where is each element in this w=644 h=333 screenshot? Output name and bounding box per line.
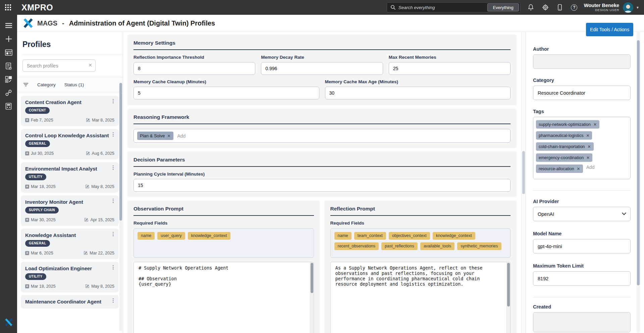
field-input[interactable]	[389, 62, 511, 75]
filter-bar: Category Status (1)	[17, 77, 123, 92]
remove-tag-icon[interactable]: ✕	[577, 167, 580, 171]
category-badge: GENERAL	[25, 140, 50, 147]
required-field-tag: knowledge_context	[433, 232, 475, 240]
ai-provider-select[interactable]: OpenAI	[533, 207, 631, 221]
search-scope-button[interactable]: Everything	[487, 3, 519, 11]
remove-tag-icon[interactable]: ✕	[586, 156, 590, 160]
kebab-menu-icon[interactable]: ⋮	[111, 99, 116, 103]
tags-input[interactable]: supply-network-optimization ✕ pharmaceut…	[533, 117, 631, 179]
field-input[interactable]	[325, 87, 511, 99]
created-label: Created	[533, 304, 631, 310]
created-date: + Mar 18, 2025	[25, 284, 56, 289]
app-blocks-icon[interactable]	[2, 73, 15, 86]
mobile-device-icon[interactable]	[556, 4, 564, 11]
required-field-tag: synthetic_memories	[457, 242, 501, 250]
title-dash: -	[62, 19, 64, 27]
user-menu[interactable]: Wouter Beneke DESIGN USER	[584, 3, 619, 12]
agent-name: Control Loop Knowledge Assistant	[25, 133, 114, 139]
required-field-tag: name	[138, 232, 155, 240]
ai-provider-label: AI Provider	[533, 199, 631, 204]
main-scrollbar-thumb[interactable]	[522, 151, 525, 194]
dashboard-icon[interactable]	[2, 46, 15, 59]
profile-card[interactable]: Inventory Monitor Agent ⋮ SUPPLY CHAIN +…	[21, 195, 119, 226]
field-label: Memory Decay Rate	[261, 55, 383, 60]
settings-gear-icon[interactable]	[542, 4, 549, 11]
profile-card[interactable]: Environmental Impact Analyst ⋮ UTILITY +…	[21, 162, 119, 193]
form-field: Memory Decay Rate	[261, 55, 383, 75]
clear-search-icon[interactable]: ✕	[88, 62, 92, 68]
memory-settings-section: Memory Settings Reflection Importance Th…	[127, 35, 517, 105]
filter-status[interactable]: Status (1)	[64, 82, 84, 87]
modified-date: May 8, 2025	[85, 184, 114, 189]
field-input[interactable]	[133, 62, 255, 75]
filter-category[interactable]: Category	[37, 82, 56, 87]
help-icon[interactable]: ?	[571, 4, 578, 11]
form-field: Max Recent Memories	[389, 55, 511, 75]
category-input[interactable]	[533, 86, 631, 100]
tag-pill: emergency-coordination ✕	[536, 153, 592, 162]
profile-card[interactable]: Load Optimization Engineer ⋮ UTILITY + M…	[21, 262, 119, 292]
user-avatar[interactable]	[623, 2, 633, 13]
search-input[interactable]	[398, 5, 488, 10]
app-window: XMPRO Everything ? Wouter Beneke DESIGN …	[0, 0, 644, 333]
tag-pill: pharmaceutical-logistics ✕	[536, 131, 592, 140]
profile-editor: Memory Settings Reflection Importance Th…	[123, 32, 521, 333]
section-title: Observation Prompt	[133, 206, 314, 216]
remove-tag-icon[interactable]: ✕	[588, 145, 591, 149]
modified-date: Mar 22, 2025	[84, 251, 114, 255]
reflection-prompt-textarea[interactable]: As a Supply Network Operations Agent, re…	[330, 262, 511, 333]
remove-framework-icon[interactable]: ✕	[167, 134, 170, 138]
form-field: Reflection Importance Threshold	[133, 55, 255, 75]
profile-card[interactable]: Content Creation Agent ⋮ CONTENT + Feb 7…	[21, 96, 119, 126]
user-menu-caret-icon[interactable]: ▼	[636, 6, 639, 9]
planning-cycle-input[interactable]	[133, 179, 511, 192]
framework-tag-input[interactable]: Plan & Solve ✕ Add	[133, 129, 511, 143]
edit-tools-actions-button[interactable]: Edit Tools / Actions	[586, 23, 633, 36]
observation-prompt-textarea[interactable]: # Supply Network Operations Agent ## Obs…	[133, 262, 314, 333]
created-date: + Mar 18, 2025	[25, 184, 56, 189]
kebab-menu-icon[interactable]: ⋮	[111, 265, 116, 270]
apps-grid-icon[interactable]	[3, 3, 13, 12]
field-input[interactable]	[261, 62, 383, 75]
textarea-scrollbar-thumb[interactable]	[507, 263, 510, 306]
agent-name: Content Creation Agent	[25, 99, 114, 105]
kebab-menu-icon[interactable]: ⋮	[111, 165, 116, 170]
edit-pencil-icon	[84, 251, 88, 255]
global-search[interactable]: Everything	[387, 2, 520, 12]
profile-card[interactable]: Maintenance Coordinator Agent ⋮ +	[21, 295, 119, 308]
add-new-icon[interactable]	[2, 32, 15, 46]
remove-tag-icon[interactable]: ✕	[593, 123, 597, 127]
profile-card[interactable]: Knowledge Assistant ⋮ GENERAL + Mar 6, 2…	[21, 229, 119, 259]
profiles-scrollbar	[119, 83, 122, 331]
model-name-input[interactable]	[533, 239, 631, 253]
left-nav-rail	[0, 15, 17, 333]
forms-document-icon[interactable]	[2, 59, 15, 73]
profile-card[interactable]: Control Loop Knowledge Assistant ⋮ GENER…	[21, 129, 119, 159]
required-field-tag: team_context	[354, 232, 386, 240]
main-scrollbar	[521, 32, 525, 333]
details-scrollbar-thumb[interactable]	[637, 40, 640, 285]
section-title: Memory Settings	[133, 40, 511, 50]
category-badge: UTILITY	[25, 174, 46, 180]
created-icon: +	[25, 284, 29, 288]
field-input[interactable]	[133, 87, 319, 99]
connections-link-icon[interactable]	[2, 86, 15, 99]
profiles-scrollbar-thumb[interactable]	[119, 83, 122, 221]
menu-hamburger-icon[interactable]	[2, 19, 15, 32]
max-token-input[interactable]	[533, 271, 631, 286]
decision-parameters-section: Decision Parameters Planning Cycle Inter…	[127, 151, 517, 197]
user-role: DESIGN USER	[584, 8, 619, 12]
kebab-menu-icon[interactable]: ⋮	[111, 198, 116, 203]
tag-pill: supply-network-optimization ✕	[536, 120, 599, 129]
kebab-menu-icon[interactable]: ⋮	[111, 298, 116, 303]
textarea-scrollbar-thumb[interactable]	[311, 263, 313, 293]
kebab-menu-icon[interactable]: ⋮	[111, 132, 116, 137]
kebab-menu-icon[interactable]: ⋮	[111, 232, 116, 236]
remove-tag-icon[interactable]: ✕	[586, 134, 589, 138]
framework-pill: Plan & Solve ✕	[137, 132, 173, 140]
category-label: Category	[533, 78, 631, 83]
reasoning-framework-section: Reasoning Framework Plan & Solve ✕ Add	[127, 109, 517, 148]
profiles-search-input[interactable]	[22, 59, 96, 72]
calculator-icon[interactable]	[2, 99, 15, 113]
notifications-bell-icon[interactable]	[527, 4, 535, 11]
